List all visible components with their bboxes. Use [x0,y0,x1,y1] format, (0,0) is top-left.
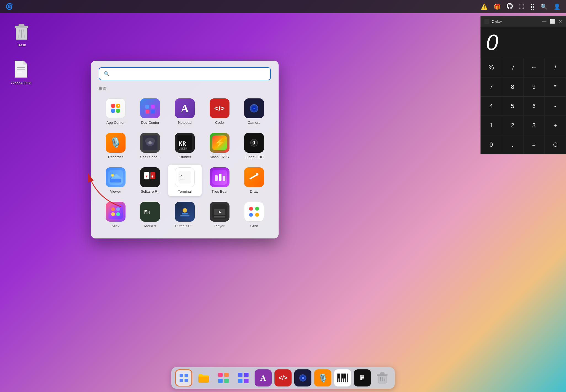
taskbar-calc-btn[interactable]: 🖩 [354,369,371,386]
app-puterjs[interactable]: Puter.js Pl... [168,199,202,231]
file-label: 77655439.txt [10,81,31,85]
calc-7-btn[interactable]: 7 [480,77,502,96]
app-devcenter[interactable]: Dev Center [134,96,167,127]
grist-icon [244,202,264,222]
apps-grid: App Center Dev Center A [99,96,271,231]
calc-close-btn[interactable]: ✕ [559,19,562,24]
gift-icon[interactable]: 🎁 [494,3,501,10]
warning-icon[interactable]: ⚠️ [481,3,488,10]
calc-buttons: % √ ← / 7 8 9 * 4 5 6 - 1 2 3 + 0 . = C [480,58,566,154]
search-icon[interactable]: 🔍 [541,3,548,10]
calc-maximize-btn[interactable]: ⬜ [550,19,555,24]
calc-dot-btn[interactable]: . [502,135,524,154]
calc-1-btn[interactable]: 1 [480,116,502,135]
user-icon[interactable]: 👤 [554,3,560,10]
trash-label: Trash [17,43,26,47]
svg-point-21 [253,108,255,109]
github-icon[interactable] [507,3,513,10]
markus-icon: M↓ [140,202,160,222]
app-solitaire[interactable]: ♥ ♠ Solitaire F... [134,165,167,196]
app-notepad[interactable]: A Notepad [168,96,202,127]
app-draw[interactable]: Draw [237,165,271,196]
taskbar-camera-btn[interactable] [294,369,311,386]
file-icon[interactable]: 77655439.txt [7,59,35,85]
svg-rect-82 [224,379,229,383]
taskbar-files-btn[interactable] [195,369,212,386]
calc-9-btn[interactable]: 9 [523,77,545,96]
svg-rect-75 [180,374,183,377]
taskbar-appgrid-btn[interactable] [215,369,232,386]
app-slashfrvr[interactable]: ⚡ Slash FRVR [203,130,236,162]
calc-0-btn[interactable]: 0 [480,135,502,154]
taskbar-trash-btn[interactable] [374,369,391,386]
player-label: Player [214,224,225,228]
taskbar-code-btn[interactable]: </> [274,369,292,386]
calc-3-btn[interactable]: 3 [523,116,545,135]
search-bar[interactable]: 🔍 [99,67,271,80]
app-camera[interactable]: Camera [237,96,271,127]
app-menu-icon[interactable]: 🌀 [6,3,13,10]
calc-minimize-btn[interactable]: — [542,19,546,24]
calc-4-btn[interactable]: 4 [480,96,502,116]
app-krunker[interactable]: KR UNKER Krunker [168,130,202,162]
svg-rect-69 [247,204,261,219]
search-input[interactable] [113,71,266,77]
calc-sqrt-btn[interactable]: √ [502,58,524,77]
tilesbeat-icon [210,167,229,187]
grist-label: Grist [250,224,258,228]
svg-rect-63 [182,213,188,214]
notepad-label: Notepad [178,120,191,125]
taskbar-font-btn[interactable]: A [255,369,272,386]
calc-clear-btn[interactable]: C [545,135,566,154]
recorder-icon: 🎙️ [106,133,126,153]
calc-2-btn[interactable]: 2 [502,116,524,135]
section-label: 推薦 [99,86,271,91]
svg-rect-85 [238,379,242,383]
fullscreen-icon[interactable]: ⛶ [519,4,524,10]
calc-backspace-btn[interactable]: ← [523,58,545,77]
calc-5-btn[interactable]: 5 [502,96,524,116]
svg-point-73 [255,213,259,217]
solitaire-icon: ♥ ♠ [140,167,160,187]
taskbar-mic-btn[interactable]: 🎙️ [314,369,331,386]
svg-rect-86 [244,379,249,383]
judge0-icon: 0 [244,133,264,153]
svg-point-72 [249,213,253,217]
svg-point-55 [111,207,115,211]
calc-8-btn[interactable]: 8 [502,77,524,96]
app-judge0[interactable]: 0 Judge0 IDE [237,130,271,162]
calc-multiply-btn[interactable]: * [545,77,566,96]
calc-divide-btn[interactable]: / [545,58,566,77]
app-tilesbeat[interactable]: Tiles Beat [203,165,236,196]
trash-icon[interactable]: Trash [8,22,35,47]
app-recorder[interactable]: 🎙️ Recorder [99,130,132,162]
app-shellshoc[interactable]: Shell Shoc... [134,130,167,162]
silex-icon [106,202,126,222]
svg-point-70 [249,207,253,211]
desktop: 🌀 ⚠️ 🎁 ⛶ ⣿ 🔍 👤 Trash [0,0,566,392]
calc-percent-btn[interactable]: % [480,58,502,77]
calc-minus-btn[interactable]: - [545,96,566,116]
taskbar-piano-btn[interactable] [334,369,351,386]
app-grist[interactable]: Grist [237,199,271,231]
taskbar-puzzle-btn[interactable] [235,369,252,386]
app-code[interactable]: </> Code [203,96,236,127]
svg-point-9 [111,104,115,108]
svg-point-58 [116,212,120,216]
appcenter-icon [106,98,126,118]
calc-plus-btn[interactable]: + [545,116,566,135]
svg-rect-83 [238,373,242,377]
calc-6-btn[interactable]: 6 [523,96,545,116]
svg-rect-79 [218,373,223,377]
app-silex[interactable]: Silex [99,199,132,231]
taskbar-apps-btn[interactable] [175,369,192,386]
app-appcenter[interactable]: App Center [99,96,132,127]
app-markus[interactable]: M↓ Markus [134,199,167,231]
svg-rect-50 [223,176,225,181]
svg-point-56 [116,207,120,211]
app-terminal[interactable]: _ >_ Terminal [168,165,202,196]
calc-equals-btn[interactable]: = [523,135,545,154]
grid-icon[interactable]: ⣿ [530,3,535,10]
app-viewer[interactable]: Viewer [99,165,132,196]
app-player[interactable]: Player [203,199,236,231]
